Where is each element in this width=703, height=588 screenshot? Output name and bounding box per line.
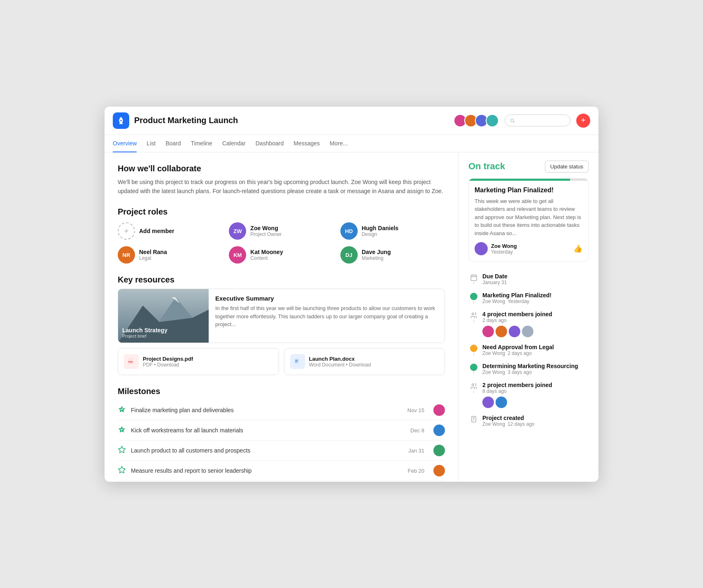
due-date-label: Due Date: [482, 273, 589, 280]
legal-approval-content: Need Approval from Legal Zoe Wong 2 days…: [482, 344, 589, 356]
avatar-4: [486, 114, 499, 127]
role-title-hugh: Design: [362, 231, 398, 237]
role-name-kat: Kat Mooney: [250, 249, 283, 255]
search-box[interactable]: [505, 114, 570, 126]
tab-list[interactable]: List: [147, 135, 156, 152]
file-info-doc: Launch Plan.docx Word Document • Downloa…: [309, 356, 371, 368]
top-right-controls: +: [454, 114, 590, 128]
marketing-resourcing-content: Determining Marketing Resourcing Zoe Won…: [482, 363, 589, 375]
joined-av-2: [496, 326, 507, 337]
file-card-doc[interactable]: Launch Plan.docx Word Document • Downloa…: [284, 348, 445, 375]
milestones-section: Milestones Finalize marketing plan and d…: [118, 387, 445, 481]
due-date-value: January 31: [482, 280, 589, 285]
svg-rect-13: [295, 362, 297, 362]
add-button[interactable]: +: [576, 114, 590, 128]
svg-rect-12: [295, 361, 298, 362]
resource-card-featured[interactable]: Launch Strategy Project brief Executive …: [118, 289, 445, 343]
milestone-avatar-1: [433, 404, 445, 416]
marketing-finalized-meta: Zoe Wong Yesterday: [482, 299, 589, 304]
members-icon-2: [470, 383, 477, 390]
timeline-line-4: [473, 353, 474, 355]
milestone-date-3: Jan 31: [408, 448, 424, 454]
svg-rect-14: [471, 275, 477, 281]
update-status-button[interactable]: Update status: [545, 161, 589, 173]
roles-section: Project roles Add member ZW: [118, 207, 445, 264]
role-title-neel: Legal: [139, 255, 167, 261]
doc-filename: Launch Plan.docx: [309, 356, 371, 362]
activity-timeline: Due Date January 31 Marketing Plan Final…: [468, 270, 589, 430]
status-label: On track: [468, 161, 505, 172]
doc-meta: Word Document • Download: [309, 362, 371, 368]
joined2-av-2: [496, 397, 507, 408]
top-bar: Product Marketing Launch +: [105, 107, 598, 135]
add-member-label: Add member: [139, 228, 175, 234]
author-details: Zoe Wong Yesterday: [491, 243, 517, 255]
team-avatar-stack: [454, 114, 499, 127]
nav-tabs: Overview List Board Timeline Calendar Da…: [105, 135, 598, 152]
status-header: On track Update status: [468, 161, 589, 173]
svg-point-19: [472, 384, 474, 386]
milestone-date-2: Dec 8: [410, 427, 424, 434]
milestone-label-2: Kick off workstreams for all launch mate…: [131, 427, 405, 434]
4-members-time: 2 days ago: [482, 317, 589, 323]
4-members-content: 4 project members joined 2 days ago: [482, 311, 589, 337]
tab-calendar[interactable]: Calendar: [222, 135, 246, 152]
joined-av-3: [509, 326, 520, 337]
2-members-time: 8 days ago: [482, 388, 589, 394]
pdf-filename: Project Designs.pdf: [143, 356, 193, 362]
role-title-zoe: Project Owner: [250, 231, 282, 237]
marketing-finalized-label: Marketing Plan Finalized!: [482, 292, 589, 299]
milestone-label-1: Finalize marketing plan and deliverables: [131, 407, 403, 413]
milestone-label-3: Launch product to all customers and pros…: [131, 447, 403, 454]
tab-messages[interactable]: Messages: [293, 135, 320, 152]
file-card-pdf[interactable]: PDF Project Designs.pdf PDF • Download: [118, 348, 279, 375]
roles-title: Project roles: [118, 207, 445, 217]
add-member-icon[interactable]: [118, 222, 135, 240]
svg-point-0: [511, 119, 514, 121]
tab-board[interactable]: Board: [165, 135, 181, 152]
left-panel: How we'll collaborate We'll be using thi…: [105, 152, 459, 482]
2-members-label: 2 project members joined: [482, 382, 589, 388]
timeline-marketing-resourcing: Determining Marketing Resourcing Zoe Won…: [470, 359, 589, 378]
resources-section: Key resources: [118, 275, 445, 375]
tab-timeline[interactable]: Timeline: [191, 135, 212, 152]
project-created-author: Zoe Wong: [482, 421, 505, 427]
tab-dashboard[interactable]: Dashboard: [256, 135, 284, 152]
members-icon: [470, 312, 477, 319]
avatar-hugh: HD: [340, 222, 358, 240]
project-created-content: Project created Zoe Wong 12 days ago: [482, 415, 589, 427]
dot-marketing-finalized: [470, 293, 477, 300]
role-neel-rana: NR Neel Rana Legal: [118, 246, 222, 264]
resource-featured-title: Executive Summary: [215, 295, 438, 302]
2-members-avatars: [482, 397, 589, 408]
search-input[interactable]: [517, 117, 565, 124]
app-icon: [113, 112, 129, 129]
milestone-icon-2: [118, 425, 126, 435]
timeline-line-1: [473, 282, 474, 285]
joined-av-1: [482, 326, 494, 337]
author-name: Zoe Wong: [491, 243, 517, 249]
like-button[interactable]: 👍: [573, 244, 582, 253]
role-title-kat: Content: [250, 255, 283, 261]
joined-av-4: [522, 326, 533, 337]
marketing-resourcing-time: 3 days ago: [507, 369, 532, 375]
author-info: Zoe Wong Yesterday: [475, 242, 517, 255]
resource-img-title: Launch Strategy: [122, 327, 168, 334]
legal-approval-label: Need Approval from Legal: [482, 344, 589, 350]
resource-image: Launch Strategy Project brief: [118, 289, 209, 343]
role-hugh-daniels: HD Hugh Daniels Design: [340, 222, 445, 240]
add-member-item[interactable]: Add member: [118, 222, 222, 240]
marketing-finalized-author: Zoe Wong: [482, 299, 505, 304]
role-kat-mooney: KM Kat Mooney Content: [229, 246, 333, 264]
milestone-date-1: Nov 15: [407, 407, 424, 413]
timeline-project-created: Project created Zoe Wong 12 days ago: [470, 411, 589, 430]
milestone-date-4: Feb 20: [408, 468, 424, 474]
milestone-label-4: Measure results and report to senior lea…: [131, 467, 403, 474]
tab-more[interactable]: More...: [330, 135, 348, 152]
marketing-resourcing-author: Zoe Wong: [482, 369, 505, 375]
project-created-time: 12 days ago: [507, 421, 534, 427]
milestone-2: Kick off workstreams for all launch mate…: [118, 420, 445, 441]
pdf-icon: PDF: [124, 354, 139, 369]
tab-overview[interactable]: Overview: [113, 135, 137, 152]
status-card-author: Zoe Wong Yesterday 👍: [475, 242, 582, 255]
